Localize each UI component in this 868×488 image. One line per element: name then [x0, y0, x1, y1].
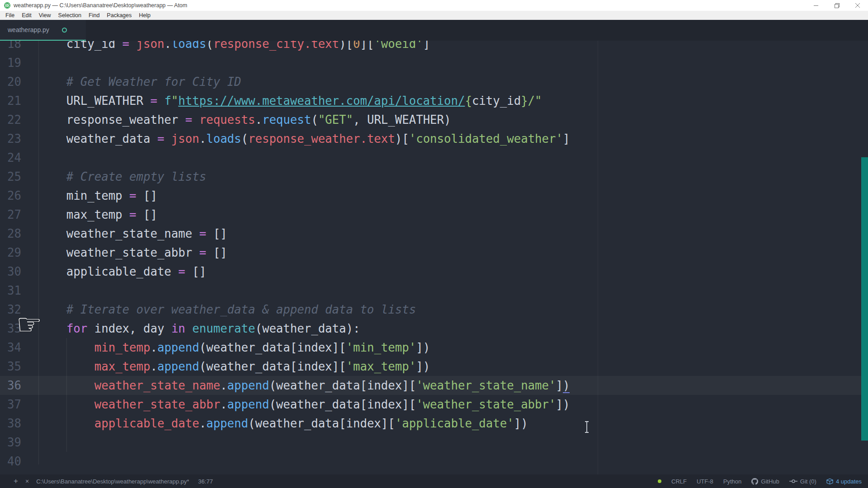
package-icon: [826, 478, 833, 485]
code-line-25[interactable]: # Create empty lists: [38, 167, 570, 186]
line-number[interactable]: 28: [0, 224, 21, 243]
menu-item-file[interactable]: File: [2, 11, 18, 20]
code-line-29[interactable]: weather_state_abbr = []: [38, 243, 570, 262]
line-number[interactable]: 29: [0, 243, 21, 262]
line-number[interactable]: 40: [0, 452, 21, 471]
code-area[interactable]: city_id = json.loads(response_city.text)…: [38, 41, 570, 471]
code-line-19[interactable]: [38, 53, 570, 72]
menu-item-edit[interactable]: Edit: [18, 11, 35, 20]
menu-bar: FileEditViewSelectionFindPackagesHelp: [0, 11, 868, 20]
status-right: CRLFUTF-8PythonGitHubGit (0)4 updates: [658, 478, 862, 485]
menu-item-help[interactable]: Help: [135, 11, 154, 20]
scrollbar[interactable]: [861, 157, 868, 441]
code-line-34[interactable]: min_temp.append(weather_data[index]['min…: [38, 338, 570, 357]
line-number[interactable]: 39: [0, 433, 21, 452]
line-number[interactable]: 23: [0, 129, 21, 148]
code-line-35[interactable]: max_temp.append(weather_data[index]['max…: [38, 357, 570, 376]
code-line-26[interactable]: min_temp = []: [38, 186, 570, 205]
code-line-30[interactable]: applicable_date = []: [38, 262, 570, 281]
modified-indicator-icon[interactable]: [62, 28, 67, 33]
line-number[interactable]: 18: [0, 41, 21, 53]
code-line-36[interactable]: weather_state_name.append(weather_data[i…: [38, 376, 570, 395]
code-editor[interactable]: 1819202122232425262728293031323334353637…: [0, 41, 868, 474]
close-button[interactable]: [847, 0, 868, 11]
status-item-4-updates[interactable]: 4 updates: [826, 478, 862, 485]
line-number[interactable]: 31: [0, 281, 21, 300]
atom-window: weatherapp.py — C:\Users\Bananatree\Desk…: [0, 0, 868, 488]
line-number[interactable]: 19: [0, 53, 21, 72]
minimize-button[interactable]: [806, 0, 826, 11]
hand-cursor-icon: ☞: [16, 310, 42, 339]
code-line-18[interactable]: city_id = json.loads(response_city.text)…: [38, 41, 570, 53]
status-bar: + × C:\Users\Bananatree\Desktop\weathera…: [0, 474, 868, 488]
status-item-python[interactable]: Python: [723, 478, 741, 485]
code-line-28[interactable]: weather_state_name = []: [38, 224, 570, 243]
atom-logo-icon: [4, 2, 10, 9]
line-number[interactable]: 27: [0, 205, 21, 224]
line-number[interactable]: 30: [0, 262, 21, 281]
status-item-utf-8[interactable]: UTF-8: [697, 478, 713, 485]
tab-label: weatherapp.py: [8, 20, 49, 40]
line-number[interactable]: 35: [0, 357, 21, 376]
git-commit-icon: [789, 479, 797, 483]
code-line-37[interactable]: weather_state_abbr.append(weather_data[i…: [38, 395, 570, 414]
code-line-23[interactable]: weather_data = json.loads(response_weath…: [38, 129, 570, 148]
status-item-github[interactable]: GitHub: [751, 478, 779, 485]
line-number-gutter: 1819202122232425262728293031323334353637…: [0, 41, 21, 471]
window-title: weatherapp.py — C:\Users\Bananatree\Desk…: [14, 0, 187, 11]
code-line-38[interactable]: applicable_date.append(weather_data[inde…: [38, 414, 570, 433]
line-number[interactable]: 37: [0, 395, 21, 414]
window-controls: [806, 0, 868, 11]
line-number[interactable]: 24: [0, 148, 21, 167]
line-number[interactable]: 38: [0, 414, 21, 433]
add-icon[interactable]: +: [14, 477, 18, 486]
menu-item-packages[interactable]: Packages: [103, 11, 135, 20]
code-line-20[interactable]: # Get Weather for City ID: [38, 72, 570, 91]
code-line-22[interactable]: response_weather = requests.request("GET…: [38, 110, 570, 129]
line-number[interactable]: 21: [0, 91, 21, 110]
title-bar: weatherapp.py — C:\Users\Bananatree\Desk…: [0, 0, 868, 11]
text-cursor-icon: [584, 419, 590, 438]
line-number[interactable]: 26: [0, 186, 21, 205]
status-item-crlf[interactable]: CRLF: [671, 478, 687, 485]
tab-weatherapp[interactable]: weatherapp.py: [0, 20, 86, 41]
menu-item-find[interactable]: Find: [85, 11, 103, 20]
status-item-git-status[interactable]: [658, 479, 661, 483]
status-left: + × C:\Users\Bananatree\Desktop\weathera…: [14, 477, 213, 486]
github-icon: [751, 478, 758, 485]
remove-icon[interactable]: ×: [25, 478, 29, 485]
line-number[interactable]: 36: [0, 376, 21, 395]
code-line-24[interactable]: [38, 148, 570, 167]
code-line-33[interactable]: for index, day in enumerate(weather_data…: [38, 319, 570, 338]
code-line-40[interactable]: [38, 452, 570, 471]
code-line-32[interactable]: # Iterate over weather_data & append dat…: [38, 300, 570, 319]
code-line-31[interactable]: [38, 281, 570, 300]
file-path[interactable]: C:\Users\Bananatree\Desktop\weatherapp\w…: [36, 478, 189, 485]
wrap-guide: [598, 41, 598, 474]
code-line-27[interactable]: max_temp = []: [38, 205, 570, 224]
line-number[interactable]: 25: [0, 167, 21, 186]
menu-item-view[interactable]: View: [35, 11, 55, 20]
code-line-21[interactable]: URL_WEATHER = f"https://www.metaweather.…: [38, 91, 570, 110]
code-line-39[interactable]: [38, 433, 570, 452]
tab-bar: weatherapp.py: [0, 20, 868, 41]
line-number[interactable]: 20: [0, 72, 21, 91]
line-number[interactable]: 22: [0, 110, 21, 129]
restore-button[interactable]: [826, 0, 847, 11]
status-item-git-0-[interactable]: Git (0): [789, 478, 816, 485]
green-dot-icon: [658, 479, 661, 483]
cursor-position[interactable]: 36:77: [198, 478, 213, 485]
menu-item-selection[interactable]: Selection: [55, 11, 85, 20]
